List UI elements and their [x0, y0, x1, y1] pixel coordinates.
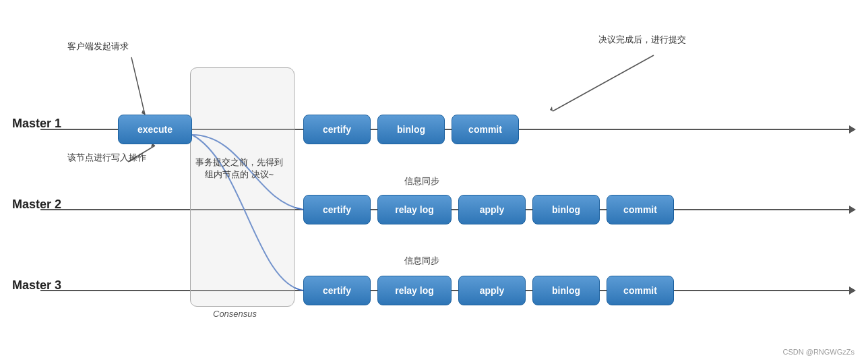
svg-marker-19: [849, 286, 856, 295]
master1-label: Master 1: [12, 117, 61, 131]
svg-line-20: [131, 57, 145, 115]
execute-box: execute: [118, 115, 192, 144]
m3-apply-box: apply: [458, 276, 526, 305]
m1-binlog-box: binlog: [377, 115, 445, 144]
svg-marker-5: [849, 125, 856, 133]
svg-marker-21: [142, 110, 145, 115]
watermark: CSDN @RNGWGzZs: [783, 348, 855, 356]
master2-label: Master 2: [12, 198, 61, 212]
m3-certify-box: certify: [303, 276, 371, 305]
write-op-annotation: 该节点进行写入操作: [67, 152, 146, 164]
m3-commit-box: commit: [607, 276, 674, 305]
commit-note-annotation: 决议完成后，进行提交: [598, 34, 686, 46]
master3-label: Master 3: [12, 278, 61, 293]
m3-binlog-box: binlog: [532, 276, 600, 305]
svg-line-24: [553, 55, 654, 111]
client-request-annotation: 客户端发起请求: [67, 40, 129, 53]
m2-relaylog-box: relay log: [377, 195, 452, 224]
m1-certify-box: certify: [303, 115, 371, 144]
m2-commit-box: commit: [607, 195, 674, 224]
m1-commit-box: commit: [452, 115, 519, 144]
info-sync2-annotation: 信息同步: [404, 255, 439, 267]
svg-marker-12: [849, 206, 856, 214]
consensus-label: Consensus: [213, 309, 257, 319]
m2-binlog-box: binlog: [532, 195, 600, 224]
consensus-area: [190, 67, 294, 307]
info-sync1-annotation: 信息同步: [404, 175, 439, 187]
consensus-note-annotation: 事务提交之前，先得到 组内节点的 决议~: [195, 156, 283, 181]
diagram: Consensus Master 1 Master 2 Master 3 exe…: [0, 0, 868, 364]
m2-certify-box: certify: [303, 195, 371, 224]
svg-marker-25: [550, 107, 553, 111]
m2-apply-box: apply: [458, 195, 526, 224]
m3-relaylog-box: relay log: [377, 276, 452, 305]
